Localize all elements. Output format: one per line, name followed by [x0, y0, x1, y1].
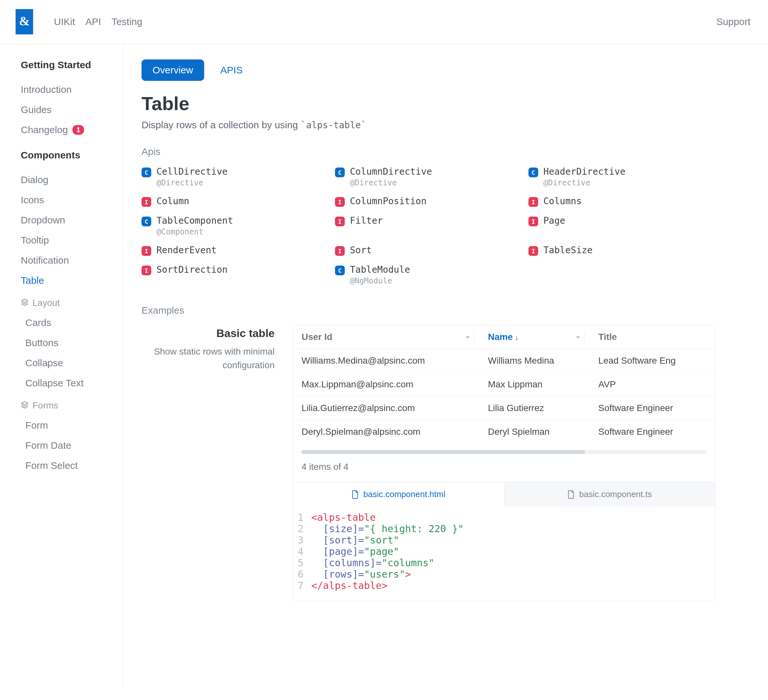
api-name: SortDirection	[157, 264, 227, 275]
table-header-row: User IdName ↓Title	[293, 325, 715, 349]
page-desc-code: `alps-table`	[301, 120, 366, 131]
api-item-tablemodule[interactable]: CTableModule@NgModule	[335, 264, 522, 285]
api-name: TableSize	[543, 245, 593, 256]
interface-badge-icon: I	[142, 246, 151, 256]
layers-icon	[21, 400, 29, 411]
api-item-column[interactable]: IColumn	[142, 196, 328, 207]
sidebar-item-collapse[interactable]: Collapse	[25, 353, 111, 373]
api-item-filter[interactable]: IFilter	[335, 215, 522, 236]
class-badge-icon: C	[528, 168, 538, 177]
class-badge-icon: C	[142, 168, 151, 177]
api-item-columns[interactable]: IColumns	[528, 196, 715, 207]
api-meta: @Directive	[350, 178, 432, 187]
sidebar-item-label: Guides	[21, 104, 51, 115]
sidebar-item-introduction[interactable]: Introduction	[21, 80, 111, 100]
top-header: & UIKitAPITesting Support	[0, 0, 768, 44]
table-container: User IdName ↓Title Williams.Medina@alpsi…	[293, 325, 715, 444]
scrollbar-thumb[interactable]	[302, 450, 585, 454]
code-line: 6 [rows]="users">	[293, 569, 715, 580]
sidebar-group-label: Layout	[32, 298, 60, 308]
tab-overview[interactable]: Overview	[142, 59, 204, 81]
logo[interactable]: &	[16, 9, 33, 34]
horizontal-scrollbar[interactable]	[302, 450, 707, 454]
sidebar-group-layout[interactable]: Layout	[21, 293, 111, 313]
code-line: 3 [sort]="sort"	[293, 534, 715, 546]
api-meta: @Component	[157, 227, 233, 236]
ampersand-icon: &	[19, 14, 30, 30]
table-row: Lilia.Gutierrez@alpsinc.comLilia Gutierr…	[293, 396, 715, 420]
column-header-user-id[interactable]: User Id	[293, 325, 480, 349]
cell-userid: Deryl.Spielman@alpsinc.com	[293, 420, 480, 444]
examples-heading: Examples	[142, 305, 715, 316]
api-item-columnposition[interactable]: IColumnPosition	[335, 196, 522, 207]
example-subtitle: Show static rows with minimal configurat…	[142, 345, 275, 372]
chevron-down-icon[interactable]	[575, 332, 581, 342]
sidebar-item-guides[interactable]: Guides	[21, 100, 111, 120]
code-line: 2 [size]="{ height: 220 }"	[293, 523, 715, 534]
sidebar-group-label: Forms	[32, 400, 58, 411]
cell-name: Lilia Gutierrez	[480, 396, 590, 420]
column-header-name[interactable]: Name ↓	[480, 325, 590, 349]
sidebar-item-label: Tooltip	[21, 235, 49, 246]
api-name: ColumnDirective	[350, 166, 432, 177]
table-row: Deryl.Spielman@alpsinc.comDeryl Spielman…	[293, 420, 715, 444]
api-item-page[interactable]: IPage	[528, 215, 715, 236]
sidebar-item-buttons[interactable]: Buttons	[25, 333, 111, 353]
tab-row: Overview APIS	[142, 59, 715, 81]
top-nav-api[interactable]: API	[85, 16, 101, 27]
sidebar-item-notification[interactable]: Notification	[21, 250, 111, 271]
sidebar-item-form[interactable]: Form	[25, 415, 111, 436]
sidebar-item-label: Icons	[21, 194, 44, 205]
svg-marker-1	[21, 299, 28, 302]
code-line: 1<alps-table	[293, 512, 715, 523]
cell-name: Williams Medina	[480, 349, 590, 373]
sidebar-item-icons[interactable]: Icons	[21, 190, 111, 210]
cell-name: Max Lippman	[480, 373, 590, 396]
sidebar-item-form-date[interactable]: Form Date	[25, 436, 111, 455]
sidebar-item-label: Table	[21, 275, 44, 286]
api-item-celldirective[interactable]: CCellDirective@Directive	[142, 166, 328, 187]
table-row: Williams.Medina@alpsinc.comWilliams Medi…	[293, 349, 715, 373]
api-name: TableModule	[350, 264, 410, 275]
api-item-columndirective[interactable]: CColumnDirective@Directive	[335, 166, 522, 187]
api-item-renderevent[interactable]: IRenderEvent	[142, 245, 328, 256]
api-name: HeaderDirective	[543, 166, 626, 177]
code-tab-html[interactable]: basic.component.html	[293, 482, 504, 506]
sidebar-item-label: Dialog	[21, 175, 48, 186]
page-description: Display rows of a collection by using `a…	[142, 120, 715, 131]
sidebar-item-collapse-text[interactable]: Collapse Text	[25, 373, 111, 393]
code-line: 4 [page]="page"	[293, 546, 715, 557]
svg-text:&: &	[19, 14, 30, 28]
api-item-tablesize[interactable]: ITableSize	[528, 245, 715, 256]
api-name: Columns	[543, 196, 582, 207]
sidebar-item-dialog[interactable]: Dialog	[21, 170, 111, 190]
column-label: User Id	[302, 332, 333, 342]
api-name: ColumnPosition	[350, 196, 427, 207]
column-header-title[interactable]: Title	[590, 325, 715, 349]
top-nav-testing[interactable]: Testing	[111, 16, 142, 27]
api-item-tablecomponent[interactable]: CTableComponent@Component	[142, 215, 328, 236]
sidebar-group-forms[interactable]: Forms	[21, 396, 111, 415]
sidebar-item-changelog[interactable]: Changelog1	[21, 120, 111, 140]
sidebar-item-tooltip[interactable]: Tooltip	[21, 230, 111, 250]
example-title: Basic table	[142, 327, 275, 340]
interface-badge-icon: I	[335, 246, 345, 256]
top-nav-uikit[interactable]: UIKit	[54, 16, 75, 27]
api-item-sort[interactable]: ISort	[335, 245, 522, 256]
api-item-sortdirection[interactable]: ISortDirection	[142, 264, 328, 285]
table-body: Williams.Medina@alpsinc.comWilliams Medi…	[293, 349, 715, 444]
column-label: Name	[488, 332, 512, 342]
sidebar-item-dropdown[interactable]: Dropdown	[21, 210, 111, 230]
data-table: User IdName ↓Title Williams.Medina@alpsi…	[293, 325, 715, 444]
badge: 1	[72, 125, 84, 135]
chevron-down-icon[interactable]	[465, 332, 471, 342]
sidebar-item-cards[interactable]: Cards	[25, 313, 111, 333]
api-item-headerdirective[interactable]: CHeaderDirective@Directive	[528, 166, 715, 187]
code-line: 5 [columns]="columns"	[293, 557, 715, 569]
api-name: Filter	[350, 215, 383, 226]
sidebar-item-form-select[interactable]: Form Select	[25, 455, 111, 476]
sidebar-item-table[interactable]: Table	[21, 271, 111, 291]
code-tab-ts[interactable]: basic.component.ts	[504, 482, 715, 506]
support-link[interactable]: Support	[717, 16, 750, 27]
tab-apis[interactable]: APIS	[210, 59, 253, 81]
